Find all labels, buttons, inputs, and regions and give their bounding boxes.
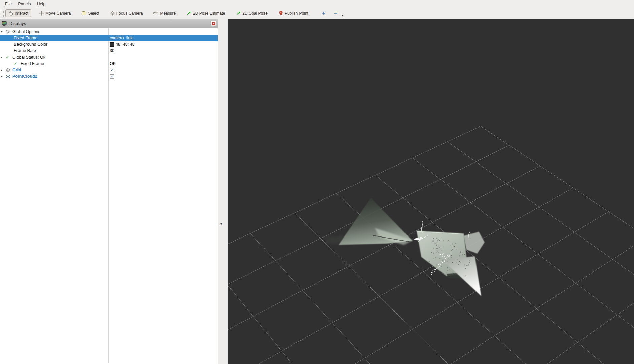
menu-bar: FilePanelsHelp xyxy=(0,0,634,8)
row-left: ▾ Global Options xyxy=(0,29,218,35)
tool-label: Measure xyxy=(160,11,176,16)
gear-icon xyxy=(6,30,10,34)
property-value[interactable]: 30 xyxy=(110,48,114,54)
tree-row-global-status[interactable]: ▾✓Global Status: Ok xyxy=(0,54,218,61)
color-swatch xyxy=(110,42,114,47)
tool-label: Move Camera xyxy=(45,11,71,16)
move-icon xyxy=(39,11,44,16)
tree-row-pointcloud2[interactable]: ▸PointCloud2✓ xyxy=(0,73,218,80)
toolbar: InteractMove CameraSelectFocus CameraMea… xyxy=(0,8,634,19)
tool-label: Interact xyxy=(15,11,28,16)
status-check-icon: ✓ xyxy=(14,61,18,67)
goal-arrow-icon xyxy=(236,11,241,16)
tool-label: 2D Pose Estimate xyxy=(193,11,225,16)
tool-button-publish-point[interactable]: Publish Point xyxy=(275,9,311,17)
close-icon: × xyxy=(212,22,215,25)
tool-button-2d-goal-pose[interactable]: 2D Goal Pose xyxy=(233,9,271,17)
property-label: Global Options xyxy=(12,29,40,35)
property-value[interactable]: camera_link xyxy=(110,35,132,41)
add-tool-button[interactable]: + xyxy=(319,11,328,16)
property-label: Fixed Frame xyxy=(14,35,37,41)
enable-checkbox[interactable]: ✓ xyxy=(110,68,114,72)
panel-viewport-splitter[interactable]: ◂ xyxy=(218,19,228,364)
row-left: Fixed Frame xyxy=(0,35,218,41)
tool-button-interact[interactable]: Interact xyxy=(5,9,31,17)
pointcloud-icon xyxy=(6,74,10,79)
enable-checkbox[interactable]: ✓ xyxy=(110,74,114,79)
property-label: Grid xyxy=(12,67,21,73)
select-box-icon xyxy=(81,11,86,16)
collapse-panel-arrow-icon[interactable]: ◂ xyxy=(219,221,223,226)
expander-expanded-icon[interactable]: ▾ xyxy=(1,29,6,35)
property-label: Background Color xyxy=(14,41,47,48)
panel-close-button[interactable]: × xyxy=(211,21,216,26)
focus-icon xyxy=(110,11,115,16)
pin-icon xyxy=(278,11,283,16)
tree-row-global-options[interactable]: ▾ Global Options xyxy=(0,29,218,35)
panel-title: Displays xyxy=(9,21,26,26)
tree-row-grid[interactable]: ▸Grid✓ xyxy=(0,67,218,73)
pose-arrow-icon xyxy=(186,11,191,16)
grid-icon xyxy=(6,68,10,72)
row-left: Frame Rate xyxy=(0,48,218,54)
tool-button-focus-camera[interactable]: Focus Camera xyxy=(107,9,146,17)
row-left: Background Color xyxy=(0,41,218,48)
hand-icon xyxy=(8,11,13,16)
3d-viewport[interactable] xyxy=(228,19,634,364)
tool-label: Select xyxy=(88,11,99,16)
property-label: Fixed Frame xyxy=(21,61,44,67)
expander-expanded-icon[interactable]: ▾ xyxy=(1,54,6,61)
displays-tree: ▾ Global OptionsFixed Framecamera_linkBa… xyxy=(0,28,218,363)
tool-label: 2D Goal Pose xyxy=(242,11,268,16)
row-left: ▾✓Global Status: Ok xyxy=(0,54,218,61)
rviz-window: FilePanelsHelp InteractMove CameraSelect… xyxy=(0,0,634,364)
tree-row-fixed-frame[interactable]: Fixed Framecamera_link xyxy=(0,35,218,41)
status-check-icon: ✓ xyxy=(6,54,10,61)
tree-row-fixed-frame-status[interactable]: ✓Fixed FrameOK xyxy=(0,61,218,67)
tool-label: Publish Point xyxy=(285,11,308,16)
toolbar-overflow-icon[interactable] xyxy=(341,15,344,16)
menu-item-help[interactable]: Help xyxy=(34,1,48,7)
property-value[interactable]: 48; 48; 48 xyxy=(110,41,135,48)
row-left: ✓Fixed Frame xyxy=(0,61,218,67)
tree-row-frame-rate[interactable]: Frame Rate30 xyxy=(0,48,218,54)
tool-button-move-camera[interactable]: Move Camera xyxy=(36,9,74,17)
property-value[interactable]: OK xyxy=(110,61,116,67)
displays-monitor-icon xyxy=(2,21,7,26)
tool-button-2d-pose-estimate[interactable]: 2D Pose Estimate xyxy=(183,9,228,17)
tree-row-background-color[interactable]: Background Color48; 48; 48 xyxy=(0,41,218,48)
remove-tool-button[interactable]: − xyxy=(331,11,340,16)
menu-item-panels[interactable]: Panels xyxy=(15,1,34,7)
expander-collapsed-icon[interactable]: ▸ xyxy=(1,73,6,80)
row-left: ▸Grid xyxy=(0,67,218,73)
row-left: ▸PointCloud2 xyxy=(0,73,218,80)
property-label: Global Status: Ok xyxy=(12,54,45,61)
displays-panel: Displays × ▾ Global OptionsFixed Frameca… xyxy=(0,19,218,364)
displays-panel-header: Displays × xyxy=(0,19,218,28)
pointcloud-render xyxy=(322,198,485,296)
tool-label: Focus Camera xyxy=(116,11,143,16)
tool-button-select[interactable]: Select xyxy=(78,9,102,17)
property-label: Frame Rate xyxy=(14,48,36,54)
property-label: PointCloud2 xyxy=(12,73,37,80)
menu-item-file[interactable]: File xyxy=(2,1,15,7)
ruler-icon xyxy=(153,11,158,16)
toolbar-grip-handle[interactable] xyxy=(1,10,4,17)
expander-collapsed-icon[interactable]: ▸ xyxy=(1,67,6,73)
tool-button-measure[interactable]: Measure xyxy=(150,9,179,17)
